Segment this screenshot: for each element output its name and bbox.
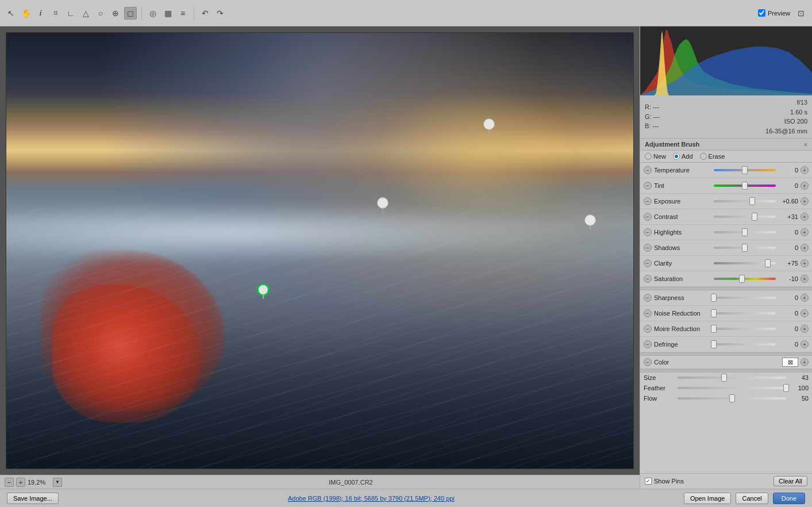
pin-marker-4[interactable] (257, 284, 269, 295)
saturation-plus[interactable]: + (801, 275, 809, 283)
notes-tool[interactable]: ≡ (176, 7, 189, 20)
flow-thumb[interactable] (729, 394, 735, 402)
mode-new-option[interactable]: New (645, 153, 666, 160)
highlights-thumb[interactable] (742, 228, 748, 236)
crop-tool[interactable]: ⌗ (49, 7, 62, 20)
red-eye-tool[interactable]: ⊕ (109, 7, 122, 20)
feather-thumb[interactable] (783, 384, 789, 392)
tint-plus[interactable]: + (801, 182, 809, 190)
zoom-plus-button[interactable]: + (16, 478, 25, 487)
contrast-track[interactable] (714, 211, 776, 222)
radial-filter-tool[interactable]: ◎ (147, 7, 159, 20)
brush-tool[interactable]: ◻ (124, 7, 137, 20)
exposure-plus[interactable]: + (801, 197, 809, 205)
highlights-plus[interactable]: + (801, 228, 809, 236)
shadows-track[interactable] (714, 242, 776, 254)
mode-add-option[interactable]: Add (673, 153, 693, 160)
color-sampler-tool[interactable]: 𝒊 (34, 7, 47, 20)
fullscreen-button[interactable]: ⊡ (795, 7, 807, 20)
sharpness-thumb[interactable] (711, 294, 717, 302)
gradient-filter-tool[interactable]: ▦ (161, 7, 174, 20)
undo-tool[interactable]: ↶ (199, 7, 211, 20)
temperature-minus[interactable]: − (644, 166, 652, 174)
redo-tool[interactable]: ↷ (214, 7, 226, 20)
shadows-thumb[interactable] (742, 244, 748, 252)
clarity-thumb[interactable] (765, 259, 771, 267)
color-minus[interactable]: − (644, 358, 652, 366)
done-button[interactable]: Done (773, 493, 805, 504)
color-swatch[interactable]: ⊠ (782, 358, 798, 367)
size-thumb[interactable] (721, 374, 727, 382)
pin-marker-3[interactable] (584, 214, 596, 226)
saturation-minus[interactable]: − (644, 275, 652, 283)
noise-reduction-plus[interactable]: + (801, 309, 809, 317)
save-image-button[interactable]: Save Image... (7, 493, 59, 504)
noise-reduction-thumb[interactable] (711, 309, 717, 317)
temperature-plus[interactable]: + (801, 166, 809, 174)
mode-add-radio[interactable] (673, 153, 680, 160)
exposure-thumb[interactable] (749, 197, 755, 205)
retouch-tool[interactable]: ○ (94, 7, 107, 20)
pin-marker-1[interactable] (483, 118, 495, 130)
noise-reduction-minus[interactable]: − (644, 309, 652, 317)
mode-erase-radio[interactable] (700, 153, 707, 160)
sharpness-plus[interactable]: + (801, 294, 809, 302)
sharpness-minus[interactable]: − (644, 294, 652, 302)
contrast-plus[interactable]: + (801, 213, 809, 221)
noise-reduction-value: 0 (778, 310, 798, 317)
color-plus[interactable]: + (801, 358, 809, 366)
temperature-track[interactable] (714, 164, 776, 176)
preview-checkbox[interactable] (758, 9, 765, 17)
pointer-tool[interactable]: ↖ (5, 7, 17, 20)
tint-thumb[interactable] (742, 182, 748, 190)
transform-tool[interactable]: △ (79, 7, 92, 20)
flow-track[interactable] (678, 397, 786, 400)
moire-reduction-track[interactable] (714, 323, 776, 335)
saturation-track[interactable] (714, 273, 776, 285)
shadows-plus[interactable]: + (801, 244, 809, 252)
feather-track[interactable] (678, 387, 786, 389)
straighten-tool[interactable]: ∟ (64, 7, 77, 20)
zoom-dropdown[interactable]: ▼ (53, 478, 62, 487)
mode-erase-option[interactable]: Erase (700, 153, 725, 160)
shadows-value: 0 (778, 244, 798, 251)
moire-reduction-thumb[interactable] (711, 325, 717, 333)
clarity-minus[interactable]: − (644, 259, 652, 267)
contrast-minus[interactable]: − (644, 213, 652, 221)
saturation-thumb[interactable] (739, 275, 745, 283)
preview-option[interactable]: Preview (758, 9, 790, 17)
photo-container[interactable] (6, 32, 634, 469)
contrast-thumb[interactable] (752, 213, 757, 221)
b-value: B: --- (645, 121, 660, 131)
moire-reduction-plus[interactable]: + (801, 325, 809, 333)
mode-new-radio[interactable] (645, 153, 652, 160)
defringe-plus[interactable]: + (801, 340, 809, 348)
defringe-thumb[interactable] (711, 340, 717, 348)
size-track[interactable] (678, 377, 786, 379)
show-pins-checkbox[interactable]: ✓ (645, 478, 652, 485)
clarity-plus[interactable]: + (801, 259, 809, 267)
panel-menu-icon[interactable]: ≡ (804, 141, 807, 148)
defringe-minus[interactable]: − (644, 340, 652, 348)
show-pins-option[interactable]: ✓ Show Pins (645, 478, 684, 485)
noise-reduction-track[interactable] (714, 308, 776, 319)
pin-marker-2[interactable] (377, 197, 388, 209)
highlights-minus[interactable]: − (644, 228, 652, 236)
defringe-track[interactable] (714, 339, 776, 350)
clear-all-button[interactable]: Clear All (773, 476, 807, 486)
temperature-thumb[interactable] (742, 166, 748, 174)
moire-reduction-minus[interactable]: − (644, 325, 652, 333)
hand-tool[interactable]: ✋ (20, 7, 32, 20)
file-info-link[interactable]: Adobe RGB (1998); 16 bit; 5685 by 3790 (… (63, 495, 679, 502)
open-image-button[interactable]: Open Image (684, 493, 732, 504)
cancel-button[interactable]: Cancel (736, 493, 768, 504)
highlights-track[interactable] (714, 226, 776, 238)
exposure-minus[interactable]: − (644, 197, 652, 205)
exposure-track[interactable] (714, 195, 776, 207)
tint-track[interactable] (714, 180, 776, 191)
sharpness-track[interactable] (714, 292, 776, 304)
shadows-minus[interactable]: − (644, 244, 652, 252)
clarity-track[interactable] (714, 258, 776, 269)
zoom-minus-button[interactable]: − (5, 478, 14, 487)
tint-minus[interactable]: − (644, 182, 652, 190)
